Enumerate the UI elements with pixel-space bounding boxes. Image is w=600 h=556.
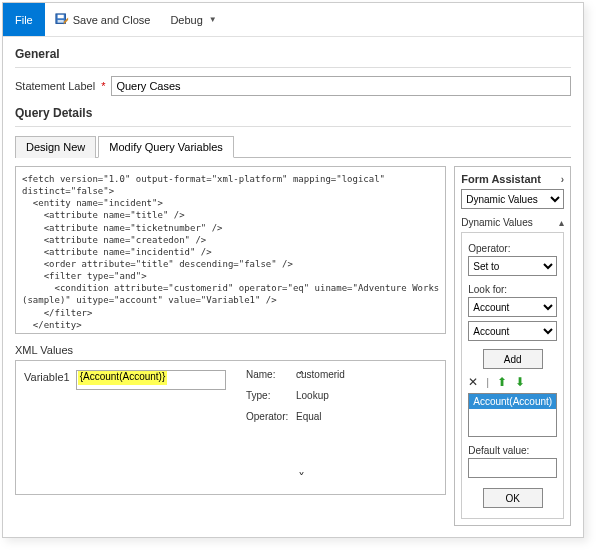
- dynamic-values-select[interactable]: Dynamic Values: [461, 189, 564, 209]
- form-assistant-title: Form Assistant: [461, 173, 541, 185]
- xml-values-heading: XML Values: [15, 344, 446, 356]
- caret-down-icon: ▼: [209, 15, 217, 24]
- xml-values-box: Variable1 {Account(Account)} ˄ ˅ Name:cu…: [15, 360, 446, 495]
- fetch-xml-box[interactable]: <fetch version="1.0" output-format="xml-…: [15, 166, 446, 334]
- move-down-icon[interactable]: ⬇: [515, 375, 525, 389]
- file-button[interactable]: File: [3, 3, 45, 36]
- svg-rect-1: [57, 14, 63, 18]
- required-asterisk: *: [101, 80, 105, 92]
- save-close-icon: [55, 13, 69, 27]
- chevron-right-icon[interactable]: ›: [561, 174, 564, 185]
- move-up-icon[interactable]: ⬆: [497, 375, 507, 389]
- form-assistant-panel: Form Assistant › Dynamic Values Dynamic …: [454, 166, 571, 526]
- tab-design-new[interactable]: Design New: [15, 136, 96, 158]
- general-heading: General: [15, 47, 571, 61]
- remove-icon[interactable]: ✕: [468, 375, 478, 389]
- operator-select[interactable]: Set to: [468, 256, 557, 276]
- selected-values-list[interactable]: Account(Account): [468, 393, 557, 437]
- svg-rect-2: [57, 20, 63, 23]
- operator-label: Operator:: [468, 243, 510, 254]
- variable-meta: Name:customerid Type:Lookup Operator:Equ…: [246, 369, 345, 432]
- ok-button[interactable]: OK: [483, 488, 543, 508]
- debug-label: Debug: [170, 14, 202, 26]
- default-value-label: Default value:: [468, 445, 529, 456]
- statement-label: Statement Label: [15, 80, 95, 92]
- query-tabs: Design New Modify Query Variables: [15, 135, 571, 158]
- query-details-heading: Query Details: [15, 106, 571, 120]
- variable1-value-highlight: {Account(Account)}: [78, 371, 168, 385]
- variable1-label: Variable1: [24, 369, 70, 383]
- selected-item[interactable]: Account(Account): [469, 394, 556, 409]
- lookfor-label: Look for:: [468, 284, 507, 295]
- debug-dropdown[interactable]: Debug ▼: [160, 3, 226, 36]
- toolbar: File Save and Close Debug ▼: [3, 3, 583, 37]
- add-button[interactable]: Add: [483, 349, 543, 369]
- tab-modify-query-variables[interactable]: Modify Query Variables: [98, 136, 234, 158]
- save-close-label: Save and Close: [73, 14, 151, 26]
- statement-label-input[interactable]: [111, 76, 571, 96]
- dynamic-values-subhead: Dynamic Values: [461, 217, 533, 228]
- collapse-icon[interactable]: ▴: [559, 217, 564, 228]
- lookfor-attribute-select[interactable]: Account: [468, 321, 557, 341]
- default-value-input[interactable]: [468, 458, 557, 478]
- lookfor-entity-select[interactable]: Account: [468, 297, 557, 317]
- save-and-close-button[interactable]: Save and Close: [45, 3, 161, 36]
- scroll-down-icon[interactable]: ˅: [298, 470, 305, 486]
